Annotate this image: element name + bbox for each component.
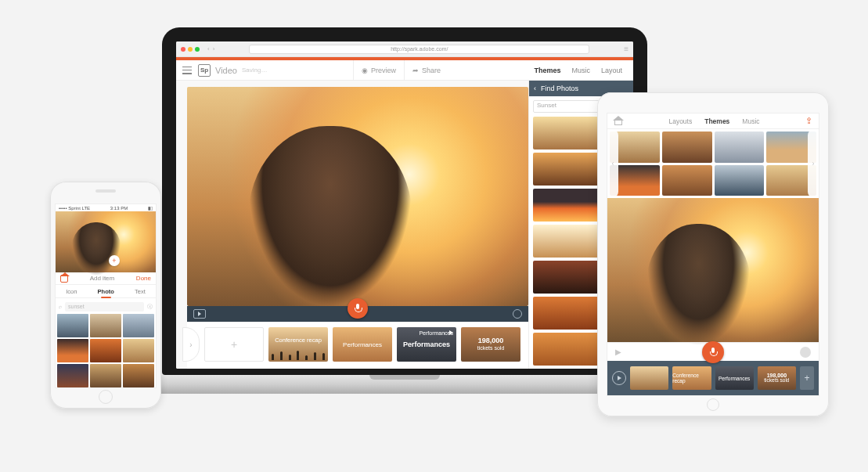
share-icon[interactable]: ⇪ bbox=[805, 116, 812, 126]
play-icon bbox=[198, 312, 201, 316]
top-nav: Themes Music Layout bbox=[534, 67, 627, 74]
ipad-tabs: Layouts Themes Music bbox=[668, 117, 759, 125]
tab-music[interactable]: Music bbox=[742, 117, 759, 125]
iphone-canvas[interactable]: + bbox=[56, 211, 156, 272]
theme-thumb[interactable] bbox=[662, 165, 712, 196]
search-icon: ⌕ bbox=[59, 304, 62, 309]
search-input[interactable]: sunset bbox=[65, 302, 144, 312]
project-type-label: Video bbox=[215, 66, 237, 75]
preview-label: Preview bbox=[371, 67, 396, 74]
clip-stat-caption: tickets sold bbox=[764, 378, 789, 384]
canvas-column: › + 1 Conference recap 2 Performances 3 bbox=[176, 81, 528, 369]
timeline-clip[interactable]: Conference recap 2 bbox=[268, 327, 328, 362]
record-voiceover-button[interactable] bbox=[348, 298, 368, 319]
stop-icon[interactable] bbox=[513, 309, 522, 319]
theme-thumb[interactable] bbox=[662, 132, 712, 163]
tab-layouts[interactable]: Layouts bbox=[668, 117, 692, 125]
done-button[interactable]: Done bbox=[136, 275, 151, 282]
save-status: Saving… bbox=[242, 67, 267, 74]
timeline-clip[interactable]: 198,000 tickets sold bbox=[461, 327, 520, 362]
timeline-clip[interactable] bbox=[630, 366, 668, 390]
play-icon bbox=[618, 376, 621, 380]
timeline-clip[interactable]: Conference recap bbox=[672, 366, 711, 390]
tab-music[interactable]: Music bbox=[571, 67, 590, 74]
theme-thumb[interactable] bbox=[715, 165, 765, 196]
clip-label: Performances bbox=[419, 330, 453, 336]
add-clip-button[interactable]: + bbox=[800, 366, 814, 390]
preview-button[interactable]: ◉ Preview bbox=[353, 60, 404, 80]
photo-result[interactable] bbox=[90, 364, 121, 387]
ipad-play-bar: ▶ bbox=[607, 342, 819, 361]
photo-search-row: ⌕ sunset ⓧ bbox=[59, 301, 153, 312]
iphone-device: ••••• Sprint LTE 3:13 PM ▮▯ + Add item D… bbox=[50, 182, 161, 409]
timeline-clip[interactable]: Performances bbox=[715, 366, 754, 390]
home-icon[interactable] bbox=[614, 117, 623, 126]
tab-icon[interactable]: Icon bbox=[66, 288, 77, 295]
ipad-screen: Layouts Themes Music ⇪ ‹ › ▶ bbox=[607, 113, 819, 396]
tab-layout[interactable]: Layout bbox=[601, 67, 622, 74]
add-content-button[interactable]: + bbox=[109, 255, 120, 266]
window-controls[interactable] bbox=[181, 47, 200, 52]
ipad-device: Layouts Themes Music ⇪ ‹ › ▶ bbox=[597, 92, 829, 416]
photo-result[interactable] bbox=[123, 314, 154, 337]
timeline-clip[interactable]: Performances Performances 4 bbox=[397, 327, 456, 362]
timeline-play-button[interactable] bbox=[612, 371, 626, 385]
tab-text[interactable]: Text bbox=[135, 288, 146, 295]
share-button[interactable]: ➦ Share bbox=[404, 60, 448, 80]
canvas-subject bbox=[248, 126, 412, 306]
app-toolbar: Sp Video Saving… ◉ Preview ➦ Share Theme… bbox=[176, 60, 633, 81]
browser-menu-icon[interactable]: ≡ bbox=[624, 45, 628, 53]
counter-badge bbox=[800, 347, 811, 358]
timeline-clip[interactable]: Performances 3 bbox=[333, 327, 392, 362]
home-icon[interactable] bbox=[60, 275, 68, 283]
back-icon[interactable]: ‹ bbox=[207, 45, 210, 52]
theme-thumb[interactable] bbox=[715, 132, 765, 163]
canvas-subject bbox=[646, 224, 751, 356]
menu-icon[interactable] bbox=[182, 67, 192, 74]
laptop-screen: ‹ › http://spark.adobe.com/ ≡ Sp Video S… bbox=[176, 41, 633, 369]
photo-result[interactable] bbox=[123, 339, 154, 362]
nav-arrows[interactable]: ‹ › bbox=[207, 45, 214, 52]
tab-photo[interactable]: Photo bbox=[98, 288, 114, 295]
share-label: Share bbox=[422, 67, 441, 74]
photo-result[interactable] bbox=[90, 339, 121, 362]
find-photos-title: Find Photos bbox=[541, 85, 578, 92]
clip-label: Performances bbox=[719, 376, 750, 381]
photo-result[interactable] bbox=[90, 314, 121, 337]
timeline: › + 1 Conference recap 2 Performances 3 bbox=[187, 322, 528, 369]
fullscreen-play-button[interactable] bbox=[193, 309, 206, 319]
browser-chrome: ‹ › http://spark.adobe.com/ ≡ bbox=[176, 41, 633, 57]
share-icon: ➦ bbox=[412, 67, 419, 74]
canvas-subject bbox=[71, 222, 121, 280]
photo-result[interactable] bbox=[123, 364, 154, 387]
record-voiceover-button[interactable] bbox=[702, 341, 724, 363]
maximize-window-icon[interactable] bbox=[195, 47, 200, 52]
timeline-scroll-left[interactable]: › bbox=[182, 327, 200, 362]
clip-stat-caption: tickets sold bbox=[477, 345, 505, 351]
microphone-icon bbox=[355, 304, 361, 313]
ios-status-bar: ••••• Sprint LTE 3:13 PM ▮▯ bbox=[56, 204, 156, 211]
photo-result[interactable] bbox=[57, 364, 88, 387]
spark-logo: Sp bbox=[198, 64, 211, 77]
photo-result[interactable] bbox=[57, 339, 88, 362]
address-bar[interactable]: http://spark.adobe.com/ bbox=[249, 45, 589, 54]
tab-themes[interactable]: Themes bbox=[534, 67, 560, 74]
scroll-right[interactable]: › bbox=[808, 129, 819, 198]
clear-search-icon[interactable]: ⓧ bbox=[147, 303, 153, 311]
add-clip-button[interactable]: + 1 bbox=[204, 327, 264, 362]
timeline-clip[interactable]: 198,000 tickets sold bbox=[758, 366, 796, 390]
scroll-left[interactable]: ‹ bbox=[607, 129, 618, 198]
tab-themes[interactable]: Themes bbox=[704, 117, 729, 125]
play-icon[interactable]: ▶ bbox=[615, 348, 621, 356]
photo-result[interactable] bbox=[57, 314, 88, 337]
battery-icon: ▮▯ bbox=[148, 205, 153, 211]
back-icon[interactable]: ‹ bbox=[534, 85, 536, 92]
ipad-toolbar: Layouts Themes Music ⇪ bbox=[607, 113, 819, 129]
laptop-device: ‹ › http://spark.adobe.com/ ≡ Sp Video S… bbox=[162, 27, 647, 375]
ipad-canvas[interactable] bbox=[607, 198, 819, 342]
photo-grid bbox=[56, 314, 156, 387]
minimize-window-icon[interactable] bbox=[188, 47, 193, 52]
close-window-icon[interactable] bbox=[181, 47, 185, 52]
forward-icon[interactable]: › bbox=[213, 45, 215, 52]
video-canvas[interactable] bbox=[187, 87, 528, 306]
